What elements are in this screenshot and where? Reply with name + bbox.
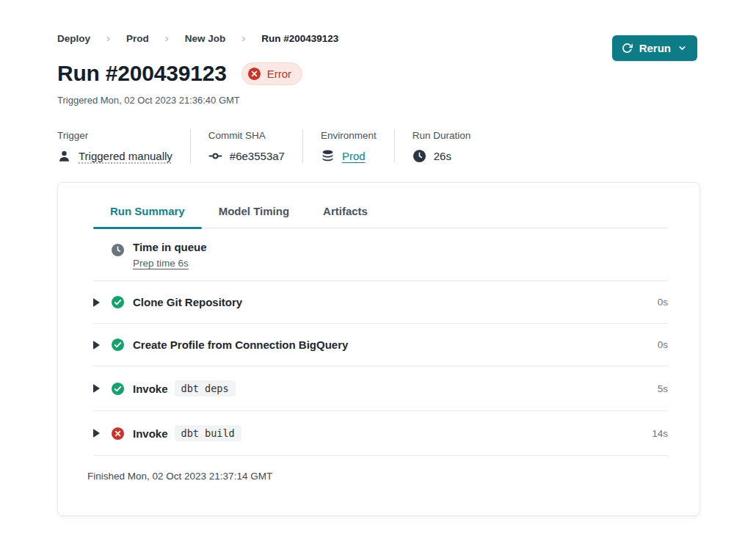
person-icon — [57, 149, 71, 163]
metadata-environment: Environment Prod — [321, 130, 377, 163]
clock-icon — [111, 243, 125, 257]
trigger-label: Trigger — [57, 130, 172, 141]
step-command-chip: dbt deps — [175, 380, 236, 396]
step-label: Clone Git Repository — [133, 296, 242, 308]
vertical-divider — [190, 129, 191, 163]
metadata-commit-sha: Commit SHA #6e3553a7 — [208, 130, 285, 163]
tab-model-timing[interactable]: Model Timing — [202, 205, 306, 228]
finished-timestamp: Finished Mon, 02 Oct 2023 21:37:14 GMT — [87, 456, 668, 482]
step-row-invoke-dbt-deps[interactable]: Invoke dbt deps 5s — [93, 366, 668, 411]
title-row: Run #200439123 Error — [57, 61, 699, 86]
step-duration: 5s — [658, 383, 668, 394]
expand-toggle-icon[interactable] — [93, 298, 105, 307]
chevron-right-icon: › — [165, 32, 169, 44]
environment-value-link[interactable]: Prod — [342, 150, 366, 162]
step-row-invoke-dbt-build[interactable]: Invoke dbt build 14s — [93, 411, 668, 456]
rerun-button[interactable]: Rerun — [612, 35, 697, 61]
database-icon — [321, 149, 335, 163]
error-circle-icon — [111, 427, 125, 441]
clock-icon — [412, 149, 426, 163]
status-badge-label: Error — [267, 68, 291, 80]
breadcrumb: Deploy › Prod › New Job › Run #200439123 — [57, 32, 699, 45]
breadcrumb-item-current-run: Run #200439123 — [261, 33, 338, 44]
vertical-divider — [302, 129, 303, 163]
trigger-value[interactable]: Triggered manually — [79, 150, 172, 162]
step-command-chip: dbt build — [175, 425, 241, 441]
environment-label: Environment — [321, 130, 377, 141]
time-in-queue-title: Time in queue — [133, 241, 207, 253]
step-duration: 0s — [658, 297, 668, 308]
tab-run-summary[interactable]: Run Summary — [93, 205, 202, 228]
run-summary-card: Run Summary Model Timing Artifacts Time … — [57, 182, 700, 516]
metadata-trigger: Trigger Triggered manually — [57, 130, 172, 163]
metadata-run-duration: Run Duration 26s — [412, 130, 471, 163]
expand-toggle-icon[interactable] — [93, 429, 105, 438]
step-label: Invoke — [133, 383, 168, 395]
expand-toggle-icon[interactable] — [93, 384, 105, 393]
chevron-right-icon: › — [106, 32, 110, 44]
commit-sha-value: #6e3553a7 — [230, 150, 285, 162]
run-step-list: Time in queue Prep time 6s Clone Git Rep… — [93, 228, 668, 456]
success-check-icon — [111, 338, 125, 352]
step-label: Create Profile from Connection BigQuery — [133, 338, 348, 351]
error-circle-icon — [247, 67, 261, 81]
triggered-timestamp: Triggered Mon, 02 Oct 2023 21:36:40 GMT — [57, 95, 699, 106]
tab-artifacts[interactable]: Artifacts — [306, 205, 385, 228]
step-duration: 14s — [652, 428, 668, 439]
breadcrumb-item-deploy[interactable]: Deploy — [57, 33, 90, 44]
commit-icon — [208, 149, 222, 163]
expand-toggle-icon[interactable] — [93, 341, 105, 350]
breadcrumb-item-new-job[interactable]: New Job — [185, 33, 226, 44]
step-label: Invoke — [133, 427, 168, 440]
success-check-icon — [111, 382, 125, 396]
chevron-right-icon: › — [241, 32, 245, 44]
step-duration: 0s — [658, 339, 668, 350]
run-duration-label: Run Duration — [412, 130, 471, 141]
step-row-clone-git-repository[interactable]: Clone Git Repository 0s — [93, 281, 668, 324]
success-check-icon — [111, 295, 125, 309]
status-badge: Error — [241, 62, 302, 85]
run-metadata-row: Trigger Triggered manually Commit SHA #6… — [57, 129, 699, 163]
page-title: Run #200439123 — [57, 61, 227, 86]
breadcrumb-item-prod[interactable]: Prod — [126, 33, 149, 44]
refresh-icon — [622, 43, 633, 54]
run-duration-value: 26s — [434, 150, 451, 162]
step-row-create-profile-bigquery[interactable]: Create Profile from Connection BigQuery … — [93, 324, 668, 366]
time-in-queue-row: Time in queue Prep time 6s — [93, 228, 668, 281]
vertical-divider — [394, 129, 395, 163]
commit-sha-label: Commit SHA — [208, 130, 285, 141]
chevron-down-icon — [677, 43, 687, 53]
tab-bar: Run Summary Model Timing Artifacts — [93, 205, 668, 228]
run-detail-page: Deploy › Prod › New Job › Run #200439123… — [0, 0, 756, 516]
prep-time-link[interactable]: Prep time 6s — [133, 258, 189, 269]
rerun-button-label: Rerun — [639, 42, 671, 54]
